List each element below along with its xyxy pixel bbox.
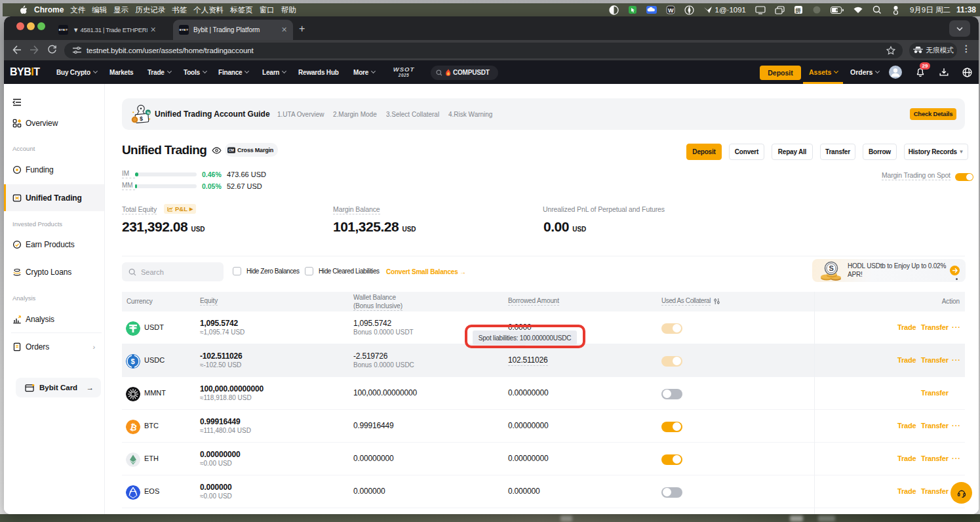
svg-text:W: W: [668, 7, 674, 14]
svg-text:%: %: [147, 110, 150, 114]
svg-text:$: $: [131, 357, 135, 365]
svg-text:拼: 拼: [794, 7, 801, 14]
svg-text:S: S: [829, 264, 834, 272]
svg-text:$: $: [140, 115, 143, 121]
svg-text:CM: CM: [228, 148, 234, 152]
